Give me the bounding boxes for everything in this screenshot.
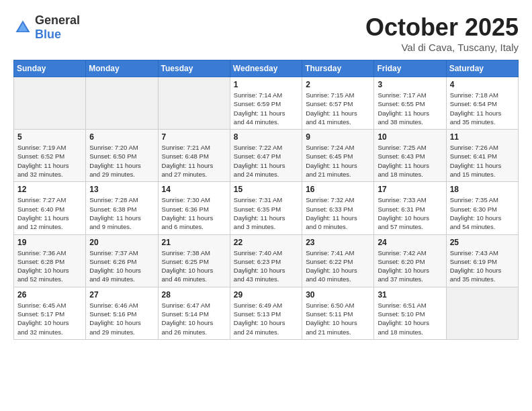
page-header: General Blue October 2025 Val di Cava, T… [13, 13, 519, 53]
calendar-cell: 24Sunrise: 7:42 AM Sunset: 6:20 PM Dayli… [374, 234, 446, 287]
logo-blue: Blue [35, 28, 61, 41]
calendar-cell: 13Sunrise: 7:28 AM Sunset: 6:38 PM Dayli… [86, 182, 158, 234]
calendar-cell: 6Sunrise: 7:20 AM Sunset: 6:50 PM Daylig… [86, 130, 158, 182]
day-of-week-header: Sunday [14, 60, 86, 77]
calendar-cell: 26Sunrise: 6:45 AM Sunset: 5:17 PM Dayli… [14, 287, 86, 339]
day-number: 21 [162, 238, 226, 247]
day-of-week-header: Saturday [446, 60, 518, 77]
calendar-cell: 15Sunrise: 7:31 AM Sunset: 6:35 PM Dayli… [230, 182, 302, 234]
calendar-cell: 12Sunrise: 7:27 AM Sunset: 6:40 PM Dayli… [14, 182, 86, 234]
calendar-cell: 17Sunrise: 7:33 AM Sunset: 6:31 PM Dayli… [374, 182, 446, 234]
day-info: Sunrise: 7:21 AM Sunset: 6:48 PM Dayligh… [162, 143, 226, 179]
month-title: October 2025 [365, 13, 519, 42]
day-number: 31 [378, 290, 442, 300]
calendar-week-row: 26Sunrise: 6:45 AM Sunset: 5:17 PM Dayli… [14, 287, 519, 339]
day-info: Sunrise: 7:32 AM Sunset: 6:33 PM Dayligh… [306, 195, 370, 231]
day-of-week-header: Wednesday [230, 60, 302, 77]
day-info: Sunrise: 7:19 AM Sunset: 6:52 PM Dayligh… [17, 143, 82, 179]
day-info: Sunrise: 6:49 AM Sunset: 5:13 PM Dayligh… [234, 301, 298, 336]
calendar-cell: 27Sunrise: 6:46 AM Sunset: 5:16 PM Dayli… [86, 287, 158, 339]
day-info: Sunrise: 7:26 AM Sunset: 6:41 PM Dayligh… [450, 143, 515, 179]
day-number: 18 [450, 185, 515, 194]
calendar-cell: 9Sunrise: 7:24 AM Sunset: 6:45 PM Daylig… [302, 130, 374, 182]
day-info: Sunrise: 7:25 AM Sunset: 6:43 PM Dayligh… [378, 143, 442, 179]
calendar-cell: 31Sunrise: 6:51 AM Sunset: 5:10 PM Dayli… [374, 287, 446, 339]
day-of-week-header: Monday [86, 60, 158, 77]
day-number: 13 [89, 185, 154, 194]
calendar-cell [158, 77, 230, 130]
calendar-cell [86, 77, 158, 130]
day-number: 16 [306, 185, 370, 194]
day-info: Sunrise: 6:47 AM Sunset: 5:14 PM Dayligh… [162, 301, 226, 336]
day-number: 29 [234, 290, 298, 300]
calendar-header-row: SundayMondayTuesdayWednesdayThursdayFrid… [14, 60, 519, 77]
day-info: Sunrise: 6:45 AM Sunset: 5:17 PM Dayligh… [17, 301, 82, 336]
day-info: Sunrise: 7:43 AM Sunset: 6:19 PM Dayligh… [450, 248, 515, 284]
calendar-cell: 20Sunrise: 7:37 AM Sunset: 6:26 PM Dayli… [86, 234, 158, 287]
day-number: 10 [378, 132, 442, 142]
day-info: Sunrise: 7:17 AM Sunset: 6:55 PM Dayligh… [378, 91, 442, 126]
day-info: Sunrise: 7:36 AM Sunset: 6:28 PM Dayligh… [17, 248, 82, 284]
calendar-cell: 1Sunrise: 7:14 AM Sunset: 6:59 PM Daylig… [230, 77, 302, 130]
day-info: Sunrise: 7:22 AM Sunset: 6:47 PM Dayligh… [234, 143, 298, 179]
calendar-cell: 19Sunrise: 7:36 AM Sunset: 6:28 PM Dayli… [14, 234, 86, 287]
calendar-table: SundayMondayTuesdayWednesdayThursdayFrid… [13, 60, 519, 340]
day-number: 22 [234, 238, 298, 247]
calendar-cell: 21Sunrise: 7:38 AM Sunset: 6:25 PM Dayli… [158, 234, 230, 287]
calendar-cell: 30Sunrise: 6:50 AM Sunset: 5:11 PM Dayli… [302, 287, 374, 339]
day-info: Sunrise: 6:46 AM Sunset: 5:16 PM Dayligh… [89, 301, 154, 336]
calendar-cell: 5Sunrise: 7:19 AM Sunset: 6:52 PM Daylig… [14, 130, 86, 182]
day-number: 30 [306, 290, 370, 300]
day-number: 1 [234, 80, 298, 89]
day-info: Sunrise: 7:37 AM Sunset: 6:26 PM Dayligh… [89, 248, 154, 284]
calendar-cell: 11Sunrise: 7:26 AM Sunset: 6:41 PM Dayli… [446, 130, 518, 182]
day-info: Sunrise: 6:51 AM Sunset: 5:10 PM Dayligh… [378, 301, 442, 336]
day-number: 5 [17, 132, 82, 142]
day-number: 24 [378, 238, 442, 247]
day-number: 14 [162, 185, 226, 194]
calendar-cell: 23Sunrise: 7:41 AM Sunset: 6:22 PM Dayli… [302, 234, 374, 287]
calendar-week-row: 5Sunrise: 7:19 AM Sunset: 6:52 PM Daylig… [14, 130, 519, 182]
calendar-week-row: 19Sunrise: 7:36 AM Sunset: 6:28 PM Dayli… [14, 234, 519, 287]
day-info: Sunrise: 7:42 AM Sunset: 6:20 PM Dayligh… [378, 248, 442, 284]
day-info: Sunrise: 7:38 AM Sunset: 6:25 PM Dayligh… [162, 248, 226, 284]
day-number: 17 [378, 185, 442, 194]
day-number: 7 [162, 132, 226, 142]
calendar-cell: 3Sunrise: 7:17 AM Sunset: 6:55 PM Daylig… [374, 77, 446, 130]
calendar-cell [14, 77, 86, 130]
calendar-cell: 4Sunrise: 7:18 AM Sunset: 6:54 PM Daylig… [446, 77, 518, 130]
day-number: 4 [450, 80, 515, 89]
day-of-week-header: Tuesday [158, 60, 230, 77]
calendar-cell: 22Sunrise: 7:40 AM Sunset: 6:23 PM Dayli… [230, 234, 302, 287]
day-number: 3 [378, 80, 442, 89]
day-number: 25 [450, 238, 515, 247]
day-info: Sunrise: 7:31 AM Sunset: 6:35 PM Dayligh… [234, 195, 298, 231]
day-of-week-header: Friday [374, 60, 446, 77]
calendar-cell: 7Sunrise: 7:21 AM Sunset: 6:48 PM Daylig… [158, 130, 230, 182]
calendar-cell: 25Sunrise: 7:43 AM Sunset: 6:19 PM Dayli… [446, 234, 518, 287]
calendar-cell: 28Sunrise: 6:47 AM Sunset: 5:14 PM Dayli… [158, 287, 230, 339]
day-info: Sunrise: 7:18 AM Sunset: 6:54 PM Dayligh… [450, 91, 515, 126]
day-info: Sunrise: 7:28 AM Sunset: 6:38 PM Dayligh… [89, 195, 154, 231]
day-info: Sunrise: 7:14 AM Sunset: 6:59 PM Dayligh… [234, 91, 298, 126]
day-number: 11 [450, 132, 515, 142]
day-info: Sunrise: 7:15 AM Sunset: 6:57 PM Dayligh… [306, 91, 370, 126]
day-info: Sunrise: 7:41 AM Sunset: 6:22 PM Dayligh… [306, 248, 370, 284]
day-info: Sunrise: 7:27 AM Sunset: 6:40 PM Dayligh… [17, 195, 82, 231]
day-info: Sunrise: 6:50 AM Sunset: 5:11 PM Dayligh… [306, 301, 370, 336]
calendar-week-row: 1Sunrise: 7:14 AM Sunset: 6:59 PM Daylig… [14, 77, 519, 130]
day-info: Sunrise: 7:33 AM Sunset: 6:31 PM Dayligh… [378, 195, 442, 231]
day-info: Sunrise: 7:20 AM Sunset: 6:50 PM Dayligh… [89, 143, 154, 179]
day-info: Sunrise: 7:30 AM Sunset: 6:36 PM Dayligh… [162, 195, 226, 231]
day-number: 15 [234, 185, 298, 194]
day-number: 8 [234, 132, 298, 142]
day-number: 27 [89, 290, 154, 300]
calendar-cell: 16Sunrise: 7:32 AM Sunset: 6:33 PM Dayli… [302, 182, 374, 234]
logo-general: General [35, 13, 80, 27]
title-block: October 2025 Val di Cava, Tuscany, Italy [365, 13, 519, 53]
day-number: 9 [306, 132, 370, 142]
logo-icon [13, 18, 32, 37]
day-info: Sunrise: 7:35 AM Sunset: 6:30 PM Dayligh… [450, 195, 515, 231]
calendar-cell: 18Sunrise: 7:35 AM Sunset: 6:30 PM Dayli… [446, 182, 518, 234]
day-number: 12 [17, 185, 82, 194]
